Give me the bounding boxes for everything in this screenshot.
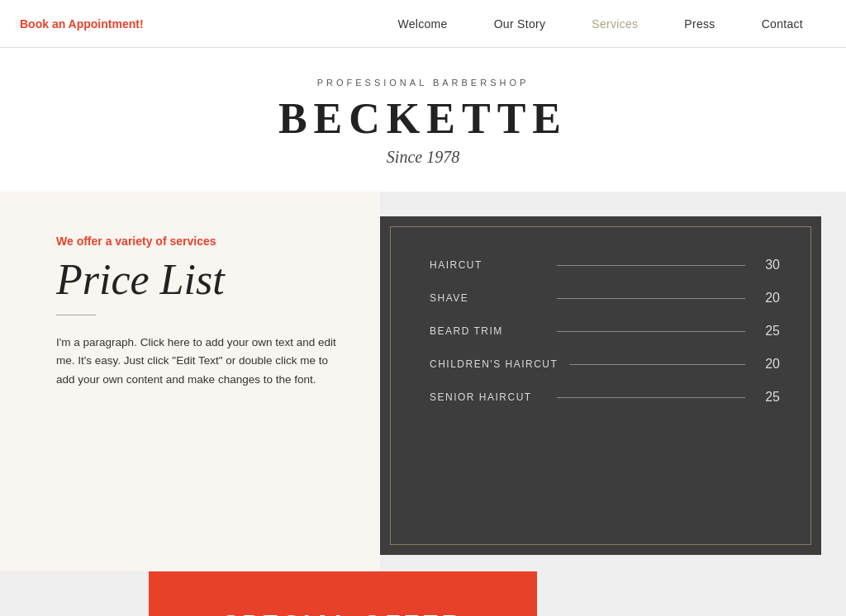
price-line-senior-haircut (557, 397, 745, 398)
special-offer-label: SPECIAL OFFER (222, 609, 463, 616)
nav-link-press[interactable]: Press (661, 17, 738, 31)
divider (56, 315, 96, 315)
price-line-haircut (557, 265, 745, 266)
nav-item-our-story[interactable]: Our Story (471, 17, 569, 31)
price-value-childrens-haircut: 20 (757, 357, 780, 372)
price-row-haircut: HAIRCUT 30 (430, 258, 780, 272)
offer-label: We offer a variety of services (56, 235, 340, 248)
price-dark-card: HAIRCUT 30 SHAVE 20 BEARD TRIM 25 CHILDR… (380, 216, 821, 555)
hero-section: Professional Barbershop BECKETTE Since 1… (0, 48, 846, 192)
price-name-senior-haircut: SENIOR HAIRCUT (430, 391, 545, 403)
special-offer-card[interactable]: SPECIAL OFFER (149, 571, 537, 616)
price-row-senior-haircut: SENIOR HAIRCUT 25 (430, 390, 780, 405)
book-appointment-link[interactable]: Book an Appointment! (20, 17, 144, 31)
navbar: Book an Appointment! Welcome Our Story S… (0, 0, 846, 48)
price-list-paragraph[interactable]: I'm a paragraph. Click here to add your … (56, 334, 340, 389)
nav-link-contact[interactable]: Contact (739, 17, 826, 31)
nav-item-welcome[interactable]: Welcome (374, 17, 470, 31)
price-row-shave: SHAVE 20 (430, 291, 780, 306)
price-line-beard-trim (557, 331, 745, 332)
nav-link-welcome[interactable]: Welcome (374, 17, 470, 31)
price-value-shave: 20 (757, 291, 780, 306)
hero-title: BECKETTE (17, 94, 829, 143)
hero-since: Since 1978 (17, 148, 829, 167)
nav-link-our-story[interactable]: Our Story (471, 17, 569, 31)
price-value-haircut: 30 (757, 258, 780, 272)
price-name-beard-trim: BEARD TRIM (430, 325, 545, 337)
price-row-beard-trim: BEARD TRIM 25 (430, 324, 780, 339)
nav-item-contact[interactable]: Contact (739, 17, 826, 31)
price-line-childrens-haircut (569, 364, 745, 365)
price-name-childrens-haircut: CHILDREN'S HAIRCUT (430, 358, 558, 370)
price-line-shave (557, 298, 745, 299)
nav-item-press[interactable]: Press (661, 17, 738, 31)
price-value-senior-haircut: 25 (757, 390, 780, 405)
price-list-title: Price List (56, 256, 340, 303)
main-content: We offer a variety of services Price Lis… (0, 192, 846, 571)
price-list-card: We offer a variety of services Price Lis… (0, 192, 380, 571)
price-name-shave: SHAVE (430, 292, 545, 304)
nav-links: Welcome Our Story Services Press Contact (374, 17, 826, 31)
bottom-area: SPECIAL OFFER Let's Chat! ∧ (0, 571, 846, 616)
hero-subtitle: Professional Barbershop (17, 78, 829, 88)
price-value-beard-trim: 25 (757, 324, 780, 339)
price-name-haircut: HAIRCUT (430, 259, 545, 271)
nav-link-services[interactable]: Services (568, 17, 661, 31)
price-row-childrens-haircut: CHILDREN'S HAIRCUT 20 (430, 357, 780, 372)
nav-item-services[interactable]: Services (568, 17, 661, 31)
